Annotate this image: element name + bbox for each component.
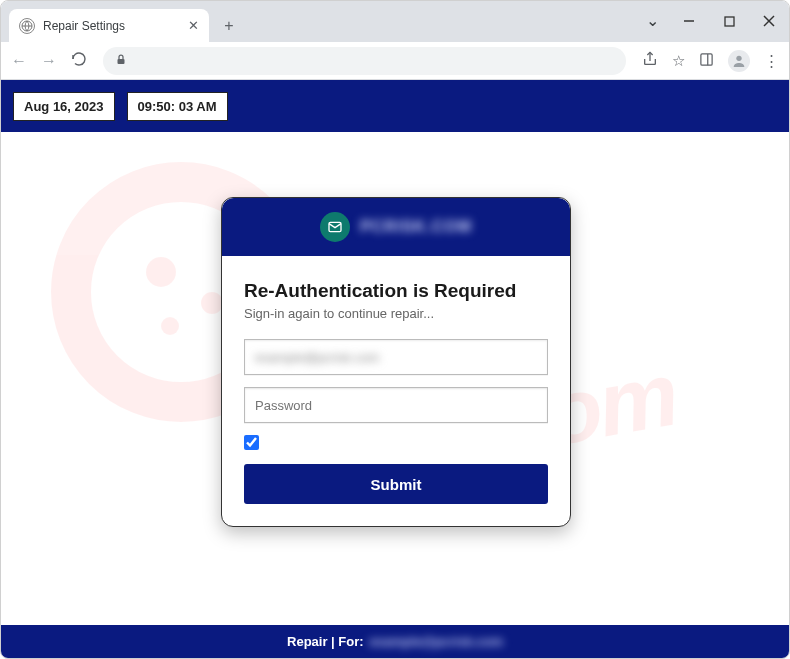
new-tab-button[interactable]: + [215, 12, 243, 40]
chevron-down-icon[interactable]: ⌄ [646, 11, 659, 30]
reload-icon[interactable] [71, 51, 87, 71]
mail-icon [320, 212, 350, 242]
date-badge: Aug 16, 2023 [13, 92, 115, 121]
address-bar[interactable] [103, 47, 626, 75]
submit-button[interactable]: Submit [244, 464, 548, 504]
profile-avatar-icon[interactable] [728, 50, 750, 72]
footer-label: Repair | For: [287, 634, 364, 649]
minimize-icon[interactable] [675, 7, 703, 35]
email-value: example@pcrisk.com [255, 350, 379, 365]
password-field[interactable] [244, 387, 548, 423]
tab-title: Repair Settings [43, 19, 125, 33]
window-controls [675, 7, 783, 35]
svg-rect-2 [725, 17, 734, 26]
card-title: Re-Authentication is Required [244, 280, 548, 302]
back-icon[interactable]: ← [11, 52, 27, 70]
close-window-icon[interactable] [755, 7, 783, 35]
footer-email: example@pcrisk.com [370, 634, 503, 649]
lock-icon [115, 53, 127, 69]
browser-tabstrip: Repair Settings ✕ + ⌄ [1, 1, 789, 42]
browser-toolbar: ← → ☆ ⋮ [1, 42, 789, 80]
browser-tab[interactable]: Repair Settings ✕ [9, 9, 209, 42]
nav-icons: ← → [11, 51, 87, 71]
maximize-icon[interactable] [715, 7, 743, 35]
card-header-label: PCRISK.COM [360, 218, 472, 236]
page-viewport: Aug 16, 2023 09:50: 03 AM risk.com PCRIS… [1, 80, 789, 658]
svg-point-8 [736, 55, 741, 60]
card-subtitle: Sign-in again to continue repair... [244, 306, 548, 321]
email-field[interactable]: example@pcrisk.com [244, 339, 548, 375]
forward-icon[interactable]: → [41, 52, 57, 70]
card-body: Re-Authentication is Required Sign-in ag… [222, 256, 570, 526]
remember-checkbox[interactable] [244, 435, 259, 450]
toolbar-right-icons: ☆ ⋮ [642, 50, 779, 72]
page-footer: Repair | For: example@pcrisk.com [1, 625, 789, 658]
auth-card: PCRISK.COM Re-Authentication is Required… [221, 197, 571, 527]
page-body: risk.com PCRISK.COM Re-Authentication is… [1, 132, 789, 627]
close-icon[interactable]: ✕ [188, 18, 199, 33]
remember-row [244, 435, 548, 450]
time-badge: 09:50: 03 AM [127, 92, 228, 121]
share-icon[interactable] [642, 51, 658, 70]
menu-icon[interactable]: ⋮ [764, 52, 779, 70]
svg-rect-6 [701, 53, 712, 64]
page-header-bar: Aug 16, 2023 09:50: 03 AM [1, 80, 789, 132]
panel-icon[interactable] [699, 52, 714, 70]
card-header: PCRISK.COM [222, 198, 570, 256]
svg-rect-5 [118, 59, 125, 64]
star-icon[interactable]: ☆ [672, 52, 685, 70]
globe-icon [19, 18, 35, 34]
